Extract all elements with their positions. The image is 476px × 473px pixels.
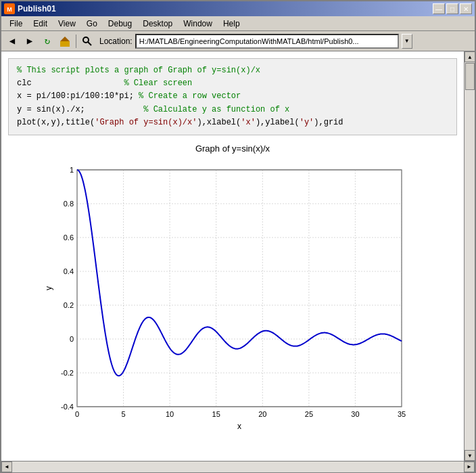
code-comment-2: % Clear screen bbox=[124, 78, 192, 88]
scroll-left-button[interactable]: ◀ bbox=[1, 461, 12, 472]
svg-text:-0.4: -0.4 bbox=[61, 403, 74, 411]
scroll-up-button[interactable]: ▲ bbox=[465, 51, 475, 62]
window-title: Publish01 bbox=[18, 4, 430, 14]
menu-go[interactable]: Go bbox=[81, 18, 103, 30]
code-line-4: y = sin(x)./x; % Calculate y as function… bbox=[17, 104, 448, 116]
code-comment-1: % This script plots a graph of Graph of … bbox=[17, 66, 260, 75]
code-comment-4: % Calculate y as function of x bbox=[143, 105, 289, 114]
scroll-track[interactable] bbox=[465, 62, 475, 450]
code-line-3: x = pi/100:pi/100:10*pi; % Create a row … bbox=[17, 90, 448, 103]
svg-text:-0.2: -0.2 bbox=[61, 369, 74, 377]
back-button[interactable]: ◀ bbox=[4, 33, 20, 49]
svg-text:y: y bbox=[44, 286, 53, 290]
menu-debug[interactable]: Debug bbox=[103, 18, 137, 30]
code-line-1: % This script plots a graph of Graph of … bbox=[17, 64, 448, 77]
svg-text:30: 30 bbox=[351, 410, 359, 418]
forward-button[interactable]: ▶ bbox=[22, 33, 38, 49]
code-line-2: clc % Clear screen bbox=[17, 77, 448, 90]
graph-container: Graph of y=sin(x)/x bbox=[8, 143, 457, 443]
app-icon: M bbox=[4, 3, 15, 14]
menu-help[interactable]: Help bbox=[218, 18, 245, 30]
menu-edit[interactable]: Edit bbox=[28, 18, 53, 30]
svg-line-5 bbox=[88, 42, 91, 45]
content-area: % This script plots a graph of Graph of … bbox=[1, 51, 464, 461]
svg-text:0: 0 bbox=[75, 410, 79, 418]
code-comment-3: % Create a row vector bbox=[139, 91, 241, 101]
minimize-button[interactable]: — bbox=[433, 3, 445, 14]
svg-text:0.6: 0.6 bbox=[64, 233, 74, 242]
svg-text:5: 5 bbox=[122, 410, 126, 418]
code-y: y = sin(x)./x; bbox=[17, 105, 85, 114]
svg-text:0.4: 0.4 bbox=[64, 267, 74, 275]
location-bar: Location: ▼ bbox=[99, 34, 412, 49]
location-dropdown[interactable]: ▼ bbox=[402, 34, 412, 49]
refresh-button[interactable]: ↻ bbox=[39, 33, 55, 49]
svg-text:1: 1 bbox=[70, 166, 74, 174]
toolbar-separator bbox=[76, 35, 76, 48]
svg-marker-3 bbox=[60, 37, 70, 41]
location-input[interactable] bbox=[135, 34, 399, 49]
vertical-scrollbar: ▲ ▼ bbox=[464, 51, 475, 461]
code-plot-start: plot(x,y),title( bbox=[17, 118, 95, 127]
svg-text:x: x bbox=[237, 422, 241, 431]
code-clc: clc bbox=[17, 78, 32, 88]
scroll-right-button[interactable]: ▶ bbox=[464, 461, 475, 472]
scroll-thumb[interactable] bbox=[465, 63, 475, 90]
svg-rect-2 bbox=[60, 41, 70, 47]
menu-file[interactable]: File bbox=[4, 18, 28, 30]
graph-svg: 0 5 10 15 20 25 30 35 -0.4 -0.2 0 0.2 0.… bbox=[43, 156, 422, 441]
graph-title: Graph of y=sin(x)/x bbox=[43, 143, 422, 154]
svg-text:0.2: 0.2 bbox=[64, 301, 74, 309]
svg-text:25: 25 bbox=[305, 410, 313, 418]
svg-text:20: 20 bbox=[258, 410, 266, 418]
h-scroll-track[interactable] bbox=[12, 461, 464, 472]
location-label: Location: bbox=[99, 37, 133, 46]
svg-text:35: 35 bbox=[398, 410, 406, 418]
maximize-button[interactable]: □ bbox=[446, 3, 458, 14]
code-x: x = pi/100:pi/100:10*pi; bbox=[17, 91, 134, 101]
code-line-5: plot(x,y),title('Graph of y=sin(x)/x'),x… bbox=[17, 116, 448, 129]
search-button[interactable] bbox=[79, 33, 95, 49]
menu-window[interactable]: Window bbox=[178, 18, 218, 30]
scroll-down-button[interactable]: ▼ bbox=[465, 450, 475, 461]
svg-rect-6 bbox=[77, 170, 402, 407]
svg-text:0: 0 bbox=[70, 335, 74, 343]
title-bar: M Publish01 — □ ✕ bbox=[1, 1, 475, 16]
toolbar: ◀ ▶ ↻ Location: ▼ bbox=[1, 31, 475, 51]
menu-bar: File Edit View Go Debug Desktop Window H… bbox=[1, 16, 475, 31]
svg-point-4 bbox=[83, 37, 89, 43]
window-controls: — □ ✕ bbox=[433, 3, 472, 14]
graph-wrapper: Graph of y=sin(x)/x bbox=[43, 143, 422, 443]
close-button[interactable]: ✕ bbox=[460, 3, 472, 14]
main-window: M Publish01 — □ ✕ File Edit View Go Debu… bbox=[0, 0, 476, 473]
code-block: % This script plots a graph of Graph of … bbox=[8, 58, 457, 135]
home-button[interactable] bbox=[57, 33, 73, 49]
menu-desktop[interactable]: Desktop bbox=[137, 18, 178, 30]
main-area: % This script plots a graph of Graph of … bbox=[1, 51, 475, 461]
horizontal-scrollbar: ◀ ▶ bbox=[1, 461, 475, 472]
svg-text:M: M bbox=[7, 6, 12, 13]
svg-text:10: 10 bbox=[166, 410, 174, 418]
svg-text:0.8: 0.8 bbox=[64, 200, 74, 208]
svg-text:15: 15 bbox=[212, 410, 220, 418]
menu-view[interactable]: View bbox=[53, 18, 81, 30]
